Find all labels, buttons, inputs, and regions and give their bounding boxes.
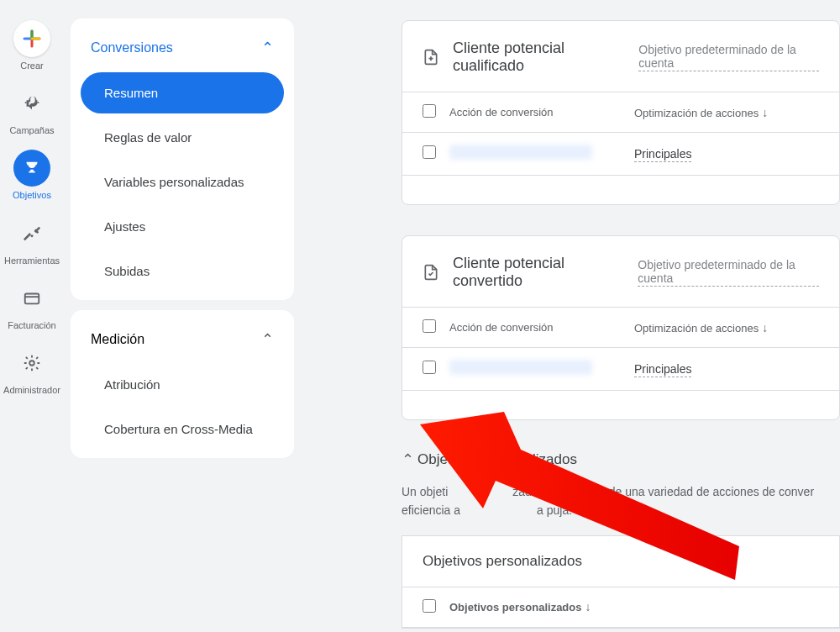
table-header: Objetivos personalizados↓: [402, 587, 839, 628]
document-plus-icon: [423, 49, 439, 66]
opt-value: Principales: [634, 362, 691, 377]
rail-label: Crear: [20, 61, 44, 71]
rail-label: Administrador: [3, 385, 60, 396]
rail-administrador[interactable]: Administrador: [0, 341, 64, 399]
blurred-action-name: [449, 145, 592, 160]
menu-reglas-valor[interactable]: Reglas de valor: [81, 117, 284, 158]
rail-facturacion[interactable]: Facturación: [0, 276, 64, 334]
desc-part: eficiencia a: [402, 503, 460, 517]
card-head: Objetivos personalizados: [402, 536, 839, 587]
rail-label: Campañas: [9, 125, 54, 136]
col-action-header[interactable]: Acción de conversión: [449, 106, 622, 118]
card-cliente-cualificado: Cliente potencial cualificado Objetivo p…: [402, 20, 840, 205]
col-action-header[interactable]: Acción de conversión: [449, 321, 622, 334]
desc-part: a puja.: [537, 503, 572, 517]
table-row[interactable]: Principales: [402, 133, 839, 176]
col-custom-header[interactable]: Objetivos personalizados↓: [449, 600, 819, 614]
svg-rect-4: [25, 293, 39, 303]
card-head: Cliente potencial convertido Objetivo pr…: [402, 236, 839, 307]
custom-section-toggle[interactable]: ⌃ Objetivos personalizados: [402, 450, 840, 469]
select-all-checkbox[interactable]: [423, 599, 436, 613]
main-content: Cliente potencial cualificado Objetivo p…: [402, 20, 840, 632]
menu-crossmedia[interactable]: Cobertura en Cross-Media: [81, 408, 284, 450]
plus-icon: [13, 20, 50, 57]
menu-ajustes[interactable]: Ajustes: [81, 206, 284, 247]
desc-part: Un objeti: [402, 485, 448, 498]
table-row[interactable]: Principales: [402, 348, 839, 391]
card-head: Cliente potencial cualificado Objetivo p…: [402, 21, 839, 92]
panel-title: Medición: [91, 332, 144, 347]
chevron-up-icon: ⌃: [402, 450, 414, 469]
custom-section-desc: Un objetixxxxxxxxxxxzado se compone de u…: [402, 482, 840, 520]
panel-header-medicion[interactable]: Medición ⌃: [76, 315, 289, 361]
col-opt-header[interactable]: Optimización de acciones↓: [634, 321, 819, 334]
card-cliente-convertido: Cliente potencial convertido Objetivo pr…: [402, 235, 840, 420]
row-checkbox[interactable]: [423, 145, 436, 159]
desc-part: zado se compone de una variedad de accio…: [512, 485, 814, 498]
document-check-icon: [423, 264, 439, 281]
blurred-action-name: [449, 360, 592, 375]
card-icon: [13, 280, 50, 317]
menu-subidas[interactable]: Subidas: [81, 250, 284, 292]
tools-icon: [13, 215, 50, 252]
table-row-empty: [402, 391, 839, 419]
sort-down-icon: ↓: [762, 106, 768, 119]
custom-section-title: Objetivos personalizados: [417, 451, 577, 468]
card-title: Cliente potencial convertido: [453, 255, 624, 290]
table-header: Acción de conversión Optimización de acc…: [402, 92, 839, 133]
panel-conversiones: Conversiones ⌃ Resumen Reglas de valor V…: [71, 18, 294, 300]
card-title: Objetivos personalizados: [423, 553, 582, 570]
select-all-checkbox[interactable]: [423, 104, 436, 118]
rail-crear[interactable]: Crear: [0, 17, 64, 75]
left-rail: Crear Campañas Objetivos Herramientas Fa…: [0, 0, 64, 632]
menu-atribucion[interactable]: Atribución: [81, 364, 284, 405]
rail-herramientas[interactable]: Herramientas: [0, 212, 64, 270]
rail-objetivos[interactable]: Objetivos: [0, 146, 64, 204]
trophy-icon: [13, 150, 50, 187]
col-opt-header[interactable]: Optimización de acciones↓: [634, 106, 819, 119]
panel-header-conversiones[interactable]: Conversiones ⌃: [76, 24, 289, 69]
panel-title: Conversiones: [91, 40, 173, 55]
menu-variables[interactable]: Variables personalizadas: [81, 161, 284, 203]
chevron-up-icon: ⌃: [261, 330, 274, 349]
table-header: Acción de conversión Optimización de acc…: [402, 307, 839, 348]
col-opt-label: Optimización de acciones: [634, 322, 759, 334]
opt-value: Principales: [634, 147, 691, 162]
card-subtitle: Objetivo predeterminado de la cuenta: [638, 258, 819, 287]
gear-icon: [13, 345, 50, 382]
card-title: Cliente potencial cualificado: [453, 40, 625, 75]
chevron-up-icon: ⌃: [261, 39, 274, 57]
rail-campanas[interactable]: Campañas: [0, 82, 64, 140]
megaphone-icon: [13, 85, 50, 122]
menu-resumen[interactable]: Resumen: [81, 72, 284, 113]
select-all-checkbox[interactable]: [423, 319, 436, 333]
table-row-empty: [402, 176, 839, 204]
rail-label: Facturación: [8, 320, 55, 331]
svg-point-6: [29, 361, 34, 366]
sort-down-icon: ↓: [762, 321, 768, 334]
card-objetivos-personalizados: Objetivos personalizados Objetivos perso…: [402, 535, 840, 629]
rail-label: Herramientas: [4, 255, 60, 266]
col-opt-label: Optimización de acciones: [634, 107, 759, 119]
sidebar: Conversiones ⌃ Resumen Reglas de valor V…: [71, 18, 294, 468]
panel-medicion: Medición ⌃ Atribución Cobertura en Cross…: [71, 310, 294, 458]
col-custom-label: Objetivos personalizados: [449, 601, 582, 614]
sort-down-icon: ↓: [585, 600, 591, 614]
rail-label: Objetivos: [13, 190, 51, 201]
row-checkbox[interactable]: [423, 361, 436, 374]
card-subtitle: Objetivo predeterminado de la cuenta: [638, 43, 819, 71]
